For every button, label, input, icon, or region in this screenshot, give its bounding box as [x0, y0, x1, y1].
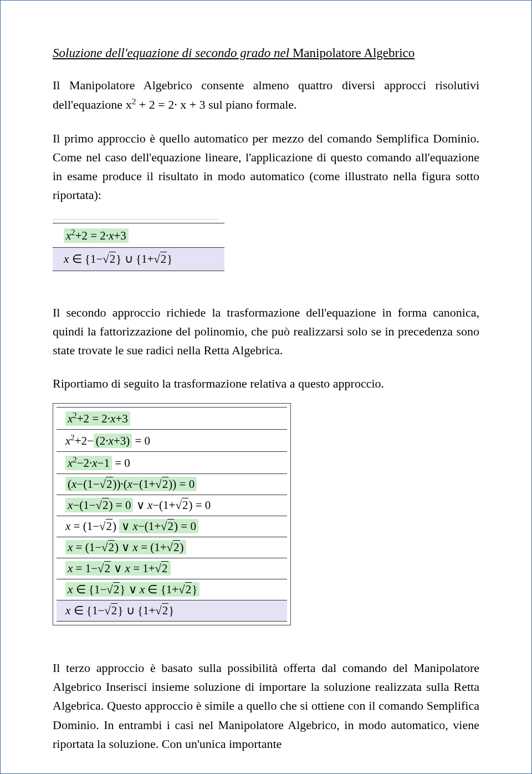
figure-2-row-2: x2+2−(2·x+3) = 0	[57, 430, 287, 452]
title-italic: Soluzione dell'equazione di secondo grad…	[53, 46, 293, 60]
document-page: Soluzione dell'equazione di secondo grad…	[0, 0, 532, 774]
paragraph-2: Il primo approccio è quello automatico p…	[53, 129, 479, 205]
page-title: Soluzione dell'equazione di secondo grad…	[53, 46, 479, 60]
paragraph-5: Il terzo approccio è basato sulla possib…	[53, 659, 479, 753]
figure-2-row-9: x ∈ {1−2} ∨ x ∈ {1+2}	[57, 579, 287, 600]
title-plain: Manipolatore Algebrico	[293, 46, 415, 60]
figure-2-row-1: x2+2 = 2·x+3	[57, 408, 287, 430]
figure-1-divider	[53, 219, 219, 220]
figure-2-row-10: x ∈ {1−2} ∪ {1+2}	[57, 600, 287, 622]
paragraph-4: Riportiamo di seguito la trasformazione …	[53, 374, 479, 393]
figure-1: x2+2 = 2·x+3 x ∈ {1−2} ∪ {1+2}	[53, 219, 224, 271]
main-equation: x2 + 2 = 2· x + 3	[126, 98, 206, 111]
paragraph-1-text-b: sul piano formale.	[206, 98, 297, 111]
figure-2-row-6: x = (1−2) ∨ x−(1+2) = 0	[57, 516, 287, 537]
figure-2-row-3: x2−2·x−1 = 0	[57, 452, 287, 474]
figure-2: x2+2 = 2·x+3 x2+2−(2·x+3) = 0 x2−2·x−1 =…	[53, 403, 291, 625]
figure-1-box: x2+2 = 2·x+3 x ∈ {1−2} ∪ {1+2}	[53, 223, 224, 271]
paragraph-1: Il Manipolatore Algebrico consente almen…	[53, 76, 479, 115]
paragraph-3: Il secondo approccio richiede la trasfor…	[53, 303, 479, 360]
figure-2-row-8: x = 1−2 ∨ x = 1+2	[57, 558, 287, 579]
figure-2-row-4: (x−(1−2))·(x−(1+2)) = 0	[57, 474, 287, 495]
figure-2-box: x2+2 = 2·x+3 x2+2−(2·x+3) = 0 x2−2·x−1 =…	[57, 407, 287, 622]
figure-1-eq-highlight: x2+2 = 2·x+3	[64, 228, 129, 243]
figure-2-row-7: x = (1−2) ∨ x = (1+2)	[57, 537, 287, 558]
figure-1-row-equation: x2+2 = 2·x+3	[53, 223, 224, 248]
figure-2-row-5: x−(1−2) = 0 ∨ x−(1+2) = 0	[57, 495, 287, 516]
figure-1-row-result: x ∈ {1−2} ∪ {1+2}	[53, 248, 224, 271]
